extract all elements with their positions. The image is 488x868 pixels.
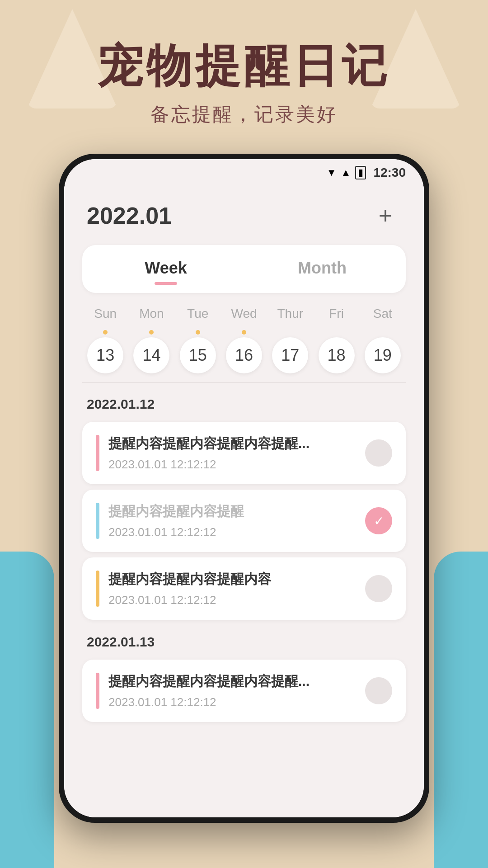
tab-active-indicator: [155, 282, 177, 285]
app-title-area: 宠物提醒日记 备忘提醒，记录美好: [0, 36, 488, 127]
reminder-title: 提醒内容提醒内容提醒内容: [108, 570, 356, 589]
weekday-wed: Wed: [221, 302, 267, 326]
reminder-toggle[interactable]: [365, 439, 392, 467]
date-dot: [242, 330, 246, 335]
date-section-label: 2022.01.13: [64, 625, 424, 654]
date-cell-18[interactable]: 18: [313, 330, 359, 373]
weekday-sat: Sat: [360, 302, 406, 326]
check-icon: ✓: [374, 514, 384, 528]
reminder-card[interactable]: 提醒内容提醒内容提醒内容2023.01.01 12:12:12: [82, 557, 406, 620]
reminder-datetime: 2023.01.01 12:12:12: [108, 695, 356, 709]
reminder-toggle[interactable]: [365, 677, 392, 704]
status-bar-time: 12:30: [373, 165, 406, 180]
date-number: 17: [272, 337, 308, 373]
weekday-tue: Tue: [175, 302, 221, 326]
divider: [82, 382, 406, 383]
reminder-accent-bar: [96, 571, 99, 607]
week-header: Sun Mon Tue Wed Thur Fri Sat: [64, 302, 424, 326]
date-cell-16[interactable]: 16: [221, 330, 267, 373]
reminder-accent-bar: [96, 673, 99, 709]
reminder-accent-bar: [96, 435, 99, 471]
reminder-datetime: 2023.01.01 12:12:12: [108, 593, 356, 607]
battery-icon: ▮: [355, 166, 366, 179]
reminder-list[interactable]: 2022.01.12提醒内容提醒内容提醒内容提醒...2023.01.01 12…: [64, 387, 424, 817]
header-date: 2022.01: [87, 202, 172, 229]
date-dot: [103, 330, 108, 335]
app-header: 2022.01 +: [64, 186, 424, 241]
app-title: 宠物提醒日记: [0, 36, 488, 97]
reminder-datetime: 2023.01.01 12:12:12: [108, 458, 356, 472]
reminder-datetime: 2023.01.01 12:12:12: [108, 525, 356, 539]
reminder-toggle[interactable]: [365, 575, 392, 602]
tab-week[interactable]: Week: [88, 250, 244, 288]
weekday-thur: Thur: [267, 302, 313, 326]
add-button[interactable]: +: [370, 200, 401, 231]
week-dates: 13 14 15 16 17 18 19: [64, 330, 424, 373]
reminder-card[interactable]: 提醒内容提醒内容提醒内容提醒...2023.01.01 12:12:12: [82, 660, 406, 722]
section-1: 2022.01.13提醒内容提醒内容提醒内容提醒...2023.01.01 12…: [64, 625, 424, 722]
app-content: 2022.01 + Week Month Sun Mon Tue Wed Thu…: [64, 186, 424, 817]
tab-month[interactable]: Month: [244, 250, 400, 288]
reminder-text-area: 提醒内容提醒内容提醒2023.01.01 12:12:12: [108, 502, 356, 539]
date-number: 18: [319, 337, 355, 373]
weekday-sun: Sun: [82, 302, 128, 326]
weekday-mon: Mon: [128, 302, 174, 326]
status-icons: ▼ ▲ ▮: [327, 166, 366, 179]
reminder-text-area: 提醒内容提醒内容提醒内容2023.01.01 12:12:12: [108, 570, 356, 607]
section-0: 2022.01.12提醒内容提醒内容提醒内容提醒...2023.01.01 12…: [64, 387, 424, 620]
wifi-icon: ▼: [327, 167, 337, 179]
date-dot: [196, 330, 200, 335]
phone-screen: ▼ ▲ ▮ 12:30 2022.01 + Week: [64, 159, 424, 817]
reminder-text-area: 提醒内容提醒内容提醒内容提醒...2023.01.01 12:12:12: [108, 434, 356, 472]
reminder-card[interactable]: 提醒内容提醒内容提醒2023.01.01 12:12:12✓: [82, 490, 406, 552]
date-number: 13: [87, 337, 123, 373]
date-cell-13[interactable]: 13: [82, 330, 128, 373]
reminder-title: 提醒内容提醒内容提醒: [108, 502, 356, 521]
reminder-title: 提醒内容提醒内容提醒内容提醒...: [108, 434, 356, 453]
date-number: 14: [133, 337, 169, 373]
date-cell-14[interactable]: 14: [128, 330, 174, 373]
weekday-fri: Fri: [313, 302, 359, 326]
app-subtitle: 备忘提醒，记录美好: [0, 102, 488, 127]
tab-switcher: Week Month: [82, 245, 406, 293]
reminder-accent-bar: [96, 503, 99, 539]
date-cell-19[interactable]: 19: [360, 330, 406, 373]
reminder-text-area: 提醒内容提醒内容提醒内容提醒...2023.01.01 12:12:12: [108, 672, 356, 709]
blue-right-decoration: [434, 552, 488, 868]
reminder-card[interactable]: 提醒内容提醒内容提醒内容提醒...2023.01.01 12:12:12: [82, 422, 406, 484]
blue-left-decoration: [0, 552, 54, 868]
reminder-title: 提醒内容提醒内容提醒内容提醒...: [108, 672, 356, 691]
phone-frame: ▼ ▲ ▮ 12:30 2022.01 + Week: [59, 154, 429, 823]
date-section-label: 2022.01.12: [64, 387, 424, 416]
date-cell-15[interactable]: 15: [175, 330, 221, 373]
signal-icon: ▲: [341, 167, 351, 179]
date-dot: [149, 330, 154, 335]
date-number: 16: [226, 337, 262, 373]
status-bar: ▼ ▲ ▮ 12:30: [64, 159, 424, 186]
date-number: 15: [180, 337, 216, 373]
date-number: 19: [365, 337, 401, 373]
date-cell-17[interactable]: 17: [267, 330, 313, 373]
reminder-toggle[interactable]: ✓: [365, 507, 392, 534]
